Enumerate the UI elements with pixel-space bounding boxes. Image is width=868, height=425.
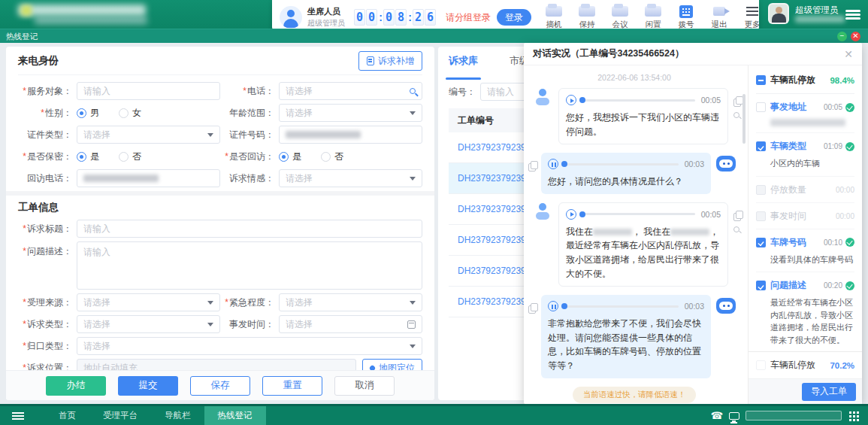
id-type-select[interactable]: 请选择 <box>77 126 220 144</box>
taskbar-tab-hotline-active[interactable]: 热线登记 <box>204 406 266 425</box>
pause-icon[interactable] <box>548 301 558 311</box>
module-title-bar: 热线登记 − ✕ <box>0 29 868 43</box>
field-label: *服务对象： <box>18 85 77 98</box>
callback-yes-radio[interactable]: 是 <box>279 150 301 163</box>
timer-digit: 0 <box>383 9 395 26</box>
monitor-icon[interactable] <box>729 412 739 420</box>
reset-button[interactable]: 重置 <box>262 376 322 396</box>
agent-names: 坐席人员 超级管理员 <box>307 6 346 29</box>
copy-icon[interactable] <box>733 213 741 221</box>
minimize-icon[interactable]: − <box>837 32 847 41</box>
extract-field-address: 事发地址 00:05 <box>756 94 854 133</box>
callback-no-radio[interactable]: 否 <box>321 150 343 163</box>
close-icon[interactable]: ✕ <box>844 48 853 60</box>
finish-button[interactable]: 办结 <box>46 376 106 396</box>
timer-digit: 8 <box>395 9 407 26</box>
pause-icon[interactable] <box>548 159 558 169</box>
message-text: 您好，请问您的具体情况是什么？ <box>548 175 704 189</box>
timer-digit: 6 <box>425 9 436 26</box>
service-target-input[interactable]: 请输入 <box>77 82 220 100</box>
dial-button[interactable]: 拨号 <box>670 5 703 30</box>
copy-icon[interactable] <box>733 99 741 107</box>
submit-button[interactable]: 提交 <box>118 376 178 396</box>
confidential-no-radio[interactable]: 否 <box>119 150 141 163</box>
checkbox-icon[interactable] <box>756 102 766 112</box>
task-list-icon[interactable] <box>12 412 24 414</box>
radio-icon <box>119 108 129 118</box>
dialpad-icon <box>679 5 693 18</box>
logout-button[interactable]: 退出 <box>703 5 736 30</box>
emotion-select[interactable]: 请选择 <box>279 169 422 187</box>
phone-input[interactable]: 请选择 <box>279 82 422 100</box>
blurred-address-value <box>770 119 845 126</box>
search-icon[interactable] <box>410 88 416 94</box>
user-name: 超级管理员 <box>795 5 839 16</box>
urgency-select[interactable]: 请选择 <box>279 293 422 311</box>
checkbox-checked-icon[interactable] <box>756 238 766 247</box>
field-label: 回访电话： <box>18 172 77 185</box>
call-timer: 0 0 : 0 8 : 2 6 <box>354 9 437 26</box>
menu-icon[interactable] <box>845 10 860 12</box>
play-icon[interactable] <box>566 209 576 220</box>
offhook-button[interactable]: 摘机 <box>537 5 570 30</box>
checkbox-icon[interactable] <box>756 360 766 370</box>
radio-icon <box>321 152 331 162</box>
play-icon[interactable] <box>566 95 576 105</box>
idle-button[interactable]: 闲置 <box>637 5 670 30</box>
audio-player: 00:05 <box>566 208 721 220</box>
radio-icon <box>119 152 129 162</box>
import-order-button[interactable]: 导入工单 <box>802 383 856 401</box>
chevron-down-icon <box>207 323 213 326</box>
timer-digit: 0 <box>354 9 365 26</box>
caller-avatar-icon <box>533 202 552 222</box>
checkbox-indeterminate-icon[interactable] <box>756 75 766 85</box>
top-header: 坐席人员 超级管理员 0 0 : 0 8 : 2 6 请分组登录 登录 摘机 保… <box>0 0 868 29</box>
confidential-yes-radio[interactable]: 是 <box>77 150 99 163</box>
checkbox-checked-icon[interactable] <box>756 281 766 290</box>
conference-button[interactable]: 会议 <box>603 5 637 30</box>
appeal-supplement-button[interactable]: 诉求补增 <box>358 51 422 71</box>
appeal-type-select[interactable]: 请选择 <box>77 315 220 333</box>
bottom-taskbar: 首页 受理平台 导航栏 热线登记 ☎ <box>0 404 868 425</box>
copy-icon[interactable] <box>528 305 536 314</box>
extract-field-description: 问题描述 00:20 最近经常有车辆在小区内乱停乱放，导致小区道路拥堵，给居民出… <box>756 272 854 352</box>
chat-scrollbar[interactable] <box>742 94 746 144</box>
user-avatar[interactable] <box>768 3 789 24</box>
appeal-title-input[interactable]: 请输入 <box>77 220 422 238</box>
dialog-header: 对话实况（工单编号34235466524） ✕ <box>524 43 862 65</box>
extract-footer-bar: 导入工单 <box>749 378 862 404</box>
field-label: *紧急程度： <box>220 296 279 309</box>
gender-male-radio[interactable]: 男 <box>77 107 99 120</box>
app-grid-icon[interactable] <box>849 411 851 414</box>
search-icon[interactable] <box>733 112 739 118</box>
audio-player: 00:05 <box>566 94 721 106</box>
taskbar-tab-platform[interactable]: 受理平台 <box>89 406 151 425</box>
taskbar-tab-home[interactable]: 首页 <box>45 406 89 425</box>
incident-time-picker[interactable]: 请选择 <box>279 315 422 333</box>
id-number-input[interactable] <box>279 126 422 144</box>
blurred-address <box>670 229 709 235</box>
gender-female-radio[interactable]: 女 <box>119 107 141 120</box>
save-button[interactable]: 保存 <box>190 376 250 396</box>
checkbox-checked-icon[interactable] <box>756 141 766 151</box>
field-label: 诉求情感： <box>220 172 279 185</box>
close-window-icon[interactable]: ✕ <box>851 32 860 41</box>
cancel-button[interactable]: 取消 <box>334 376 395 396</box>
callback-phone-input[interactable] <box>77 169 220 187</box>
taskbar-tab-nav[interactable]: 导航栏 <box>151 406 204 425</box>
robot-avatar-icon <box>716 298 736 314</box>
age-range-select[interactable]: 请选择 <box>279 104 422 122</box>
hold-button[interactable]: 保持 <box>570 5 603 30</box>
problem-description-textarea[interactable]: 请输入 <box>77 241 422 290</box>
work-order-header: 工单信息 <box>18 196 422 220</box>
copy-icon[interactable] <box>528 163 536 172</box>
search-icon[interactable] <box>733 226 739 232</box>
accept-source-select[interactable]: 请选择 <box>77 293 220 311</box>
phone-icon[interactable]: ☎ <box>711 411 723 420</box>
login-button[interactable]: 登录 <box>497 9 531 26</box>
blurred-logo-mark <box>21 5 32 16</box>
tab-appeal-library[interactable]: 诉求库 <box>449 54 478 75</box>
category-select[interactable]: 请选择 <box>77 337 422 355</box>
call-control-toolbar: 摘机 保持 会议 闲置 拨号 退出 <box>537 5 769 30</box>
blurred-phone-number <box>83 175 159 182</box>
